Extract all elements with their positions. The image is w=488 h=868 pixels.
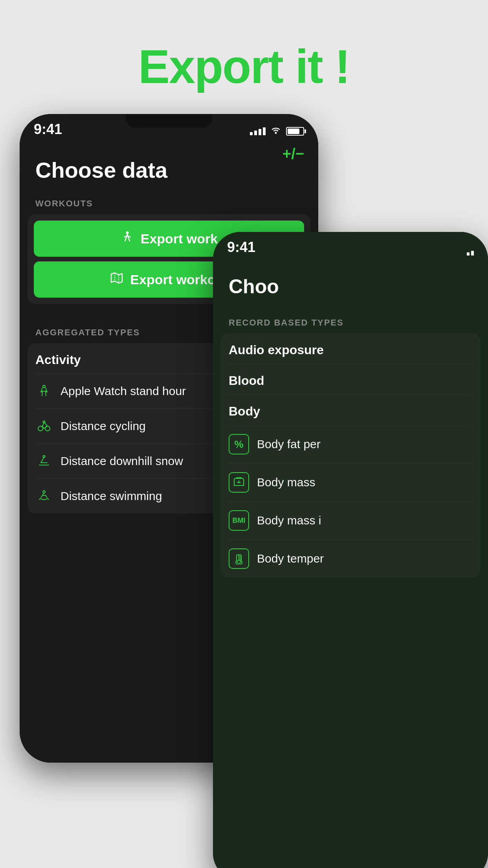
status-icons-secondary [467,251,474,256]
svg-point-1 [126,232,128,234]
distance-cycling-label: Distance cycling [61,419,146,433]
bmi-icon: BMI [229,510,249,531]
export-work-label: Export work [141,231,218,246]
list-item[interactable]: Body temper [229,540,472,577]
phones-container: 9:41 [0,114,488,868]
plus-minus-button[interactable]: +/− [283,145,304,162]
body-mass-label: Body mass [257,476,315,489]
phone-notch-secondary [307,232,394,246]
audio-exposure-header: Audio exposure [229,333,472,364]
list-item[interactable]: % Body fat per [229,425,472,463]
map-icon [110,271,124,288]
body-temp-label: Body temper [257,552,324,565]
screen-title-primary: Choose data [20,145,318,191]
distance-swimming-label: Distance swimming [61,489,162,503]
cycling-icon [35,417,53,435]
screen-title-secondary: Choo [213,263,488,306]
record-items-container: Audio exposure Blood Body % Body fat per [221,333,480,577]
battery-icon [286,127,304,136]
phone-secondary: 9:41 Choo RECORD BASED TYPES Audio expos… [213,232,488,868]
svg-point-0 [275,132,277,134]
body-temp-icon [229,548,249,569]
phone-notch [126,114,212,128]
walk-icon [120,230,134,247]
skiing-icon [35,452,53,470]
swimming-icon [35,487,53,505]
body-fat-icon: % [229,434,249,454]
distance-downhill-label: Distance downhill snow [61,454,183,468]
hero-title: Export it ! [0,0,488,94]
status-time-secondary: 9:41 [227,239,255,256]
svg-point-2 [43,385,45,388]
svg-point-6 [43,456,45,458]
signal-icon-secondary [467,251,474,256]
stand-icon [35,383,53,400]
body-header: Body [229,395,472,425]
status-time-primary: 9:41 [34,121,62,138]
body-fat-label: Body fat per [257,438,321,451]
record-section-label: RECORD BASED TYPES [213,306,488,333]
body-mass-index-label: Body mass i [257,514,321,527]
workouts-section-label: WORKOUTS [20,191,318,214]
blood-header: Blood [229,364,472,395]
status-icons-primary [250,125,304,138]
signal-icon [250,127,266,135]
svg-point-3 [38,426,43,431]
body-mass-icon [229,472,249,493]
list-item[interactable]: Body mass [229,463,472,502]
list-item[interactable]: BMI Body mass i [229,502,472,540]
wifi-icon [270,125,282,138]
svg-point-8 [237,560,240,563]
phone-screen-secondary: 9:41 Choo RECORD BASED TYPES Audio expos… [213,232,488,868]
stand-hours-label: Apple Watch stand hour [61,384,186,398]
